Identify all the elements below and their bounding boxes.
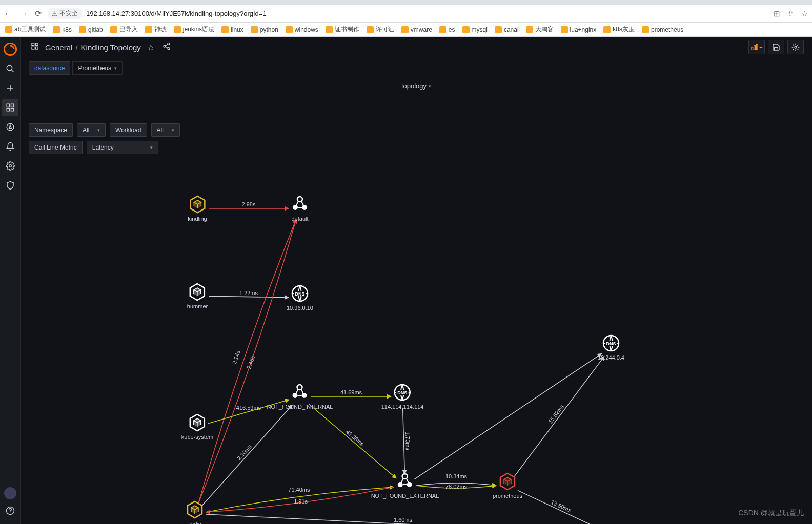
topology-node-zadig[interactable]: zadig [186,500,204,524]
forward-button[interactable]: → [19,9,28,18]
workload-label: Workload [110,123,147,137]
bookmark-label: canal [504,26,519,33]
folder-icon [603,26,611,33]
workload-select[interactable]: All▾ [151,123,180,137]
translate-icon[interactable]: ⊞ [774,9,780,18]
bookmark-item[interactable]: k8s [53,26,72,33]
svg-point-30 [293,205,298,210]
topology-node-prometheus[interactable]: prometheus [493,472,522,499]
bookmark-label: linux [231,26,243,33]
svg-point-1 [7,65,12,71]
bookmark-item[interactable]: lua+nginx [561,26,597,33]
bookmark-item[interactable]: linux [221,26,243,33]
add-icon[interactable] [2,80,18,96]
breadcrumb-folder[interactable]: General [45,43,72,52]
bookmark-item[interactable]: python [251,26,278,33]
bookmark-item[interactable]: 已导入 [110,25,138,34]
datasource-label: datasource [29,61,70,75]
edge-label: 41.38ms [345,429,366,448]
topology-graph[interactable]: Namespace All▾ Workload All▾ Call Line M… [21,93,812,524]
topology-node-nfi[interactable]: NOT_FOUND_INTERNAL [267,383,333,410]
topology-edge[interactable] [403,408,405,474]
back-button[interactable]: ← [4,9,12,18]
edge-label: 1.73ms [404,432,411,451]
edge-label: 2.98s [242,201,256,207]
config-icon[interactable] [2,158,18,174]
favorite-star-icon[interactable]: ☆ [145,40,156,54]
panel-title[interactable]: topology ▾ [21,79,812,93]
edge-label: 41.69ms [340,389,362,395]
bookmark-item[interactable]: canal [495,26,519,33]
bookmark-label: windows [295,26,318,33]
grafana-logo[interactable] [2,41,18,57]
settings-button[interactable] [787,40,804,54]
bookmark-star-icon[interactable]: ☆ [801,9,808,18]
edge-label: 1.22ms [239,290,258,296]
svg-line-22 [166,47,168,48]
reload-button[interactable]: ⟳ [35,9,42,18]
add-panel-button[interactable]: + [748,40,765,54]
bookmark-item[interactable]: gitlab [79,26,103,33]
topology-node-dns2[interactable]: DNS114.114.114.114 [381,383,424,410]
alerting-icon[interactable] [2,138,18,155]
share-icon[interactable]: ⇪ [787,9,794,18]
svg-point-54 [402,474,408,479]
breadcrumb-dashboard[interactable]: Kindling Topology [81,43,141,52]
bookmark-item[interactable]: jenkins语法 [174,25,214,34]
admin-icon[interactable] [2,177,18,194]
topology-edge[interactable] [414,353,601,479]
topology-edge[interactable] [209,296,289,297]
user-avatar[interactable] [4,487,16,499]
topology-node-dns1[interactable]: DNS10.96.0.10 [287,284,313,311]
bookmark-item[interactable]: 神琥 [145,25,167,34]
topology-node-nfe[interactable]: NOT_FOUND_EXTERNAL [371,472,439,499]
chevron-down-icon: ▾ [150,145,153,150]
bookmark-item[interactable]: es [439,26,455,33]
edge-label: 71.40ms [288,487,310,493]
metric-select[interactable]: Latency▾ [87,141,158,154]
share-dashboard-icon[interactable] [160,40,173,54]
namespace-label: Namespace [29,123,73,137]
topology-edge[interactable] [198,219,296,503]
svg-point-31 [302,205,307,210]
dns-icon: DNS [602,334,620,352]
folder-icon [79,26,86,33]
bookmark-item[interactable]: vmware [401,26,432,33]
topology-edge[interactable] [198,219,296,503]
topology-edge[interactable] [514,357,604,477]
bookmark-label: python [260,26,278,33]
datasource-select[interactable]: Prometheus ▾ [72,61,123,75]
namespace-select[interactable]: All▾ [77,123,106,137]
bookmark-item[interactable]: 证书制作 [326,25,359,34]
svg-point-56 [407,482,412,487]
topology-edge[interactable] [309,404,396,478]
bookmark-item[interactable]: k8s灰度 [603,25,635,34]
bookmark-label: 许可证 [376,25,394,34]
topology-node-default[interactable]: default [291,195,309,222]
bookmark-item[interactable]: prometheus [642,26,683,33]
bookmark-item[interactable]: ab工具测试 [5,25,46,34]
topology-node-kindling[interactable]: kindling [188,195,207,222]
svg-line-32 [296,201,298,205]
edge-label: 13.50ms [550,499,573,514]
dashboards-icon[interactable] [2,99,18,116]
explore-icon[interactable] [2,119,18,135]
folder-icon [495,26,502,33]
bookmark-item[interactable]: 大淘客 [526,25,554,34]
url-text[interactable]: 192.168.14.27:30100/d/MilYJE57k/kindling… [86,10,267,17]
bookmark-item[interactable]: mysql [462,26,488,33]
security-badge[interactable]: ⚠ 不安全 [48,8,82,19]
save-button[interactable] [768,40,784,54]
topology-node-dns3[interactable]: DNS10.244.0.4 [598,334,624,361]
hex-icon [188,413,207,432]
topology-edge[interactable] [202,405,293,505]
bookmark-item[interactable]: 许可证 [367,25,394,34]
search-icon[interactable] [2,60,18,77]
breadcrumb: General / Kindling Topology [45,43,141,52]
topology-node-kube[interactable]: kube-system [181,413,213,440]
topology-node-hummer[interactable]: hummer [187,283,208,309]
workload-value: All [157,127,164,134]
dashboard-grid-icon[interactable] [29,40,41,54]
help-icon[interactable] [2,502,18,519]
bookmark-item[interactable]: windows [286,26,318,33]
